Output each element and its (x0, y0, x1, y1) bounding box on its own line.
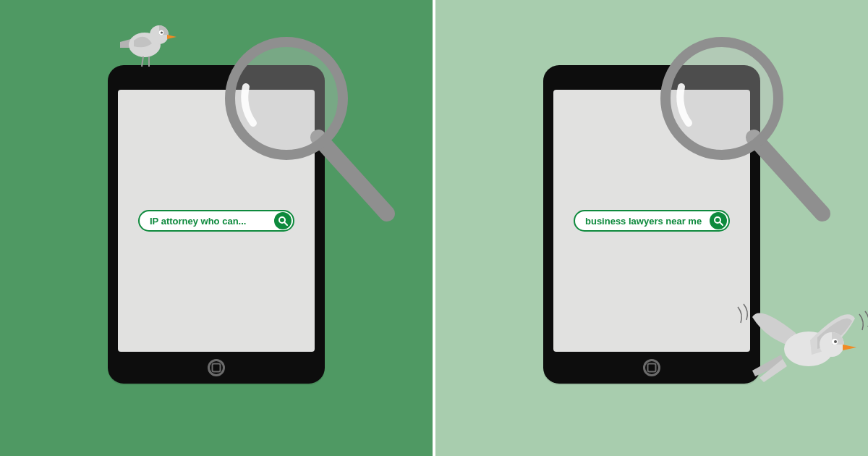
svg-marker-21 (843, 345, 856, 350)
svg-line-2 (318, 138, 387, 214)
home-button-icon (208, 359, 225, 376)
bird-perched-icon (116, 19, 181, 69)
svg-marker-9 (167, 35, 176, 39)
bird-flying-icon (731, 282, 868, 391)
panel-right: business lawyers near me (435, 0, 868, 456)
magnifying-glass-icon (660, 36, 841, 224)
svg-line-14 (754, 138, 822, 214)
magnifying-glass-icon (224, 36, 405, 224)
home-button-icon (643, 359, 660, 376)
svg-line-10 (142, 56, 143, 67)
panel-left: IP attorney who can... (0, 0, 433, 456)
svg-point-8 (161, 31, 163, 33)
svg-point-20 (834, 340, 837, 343)
